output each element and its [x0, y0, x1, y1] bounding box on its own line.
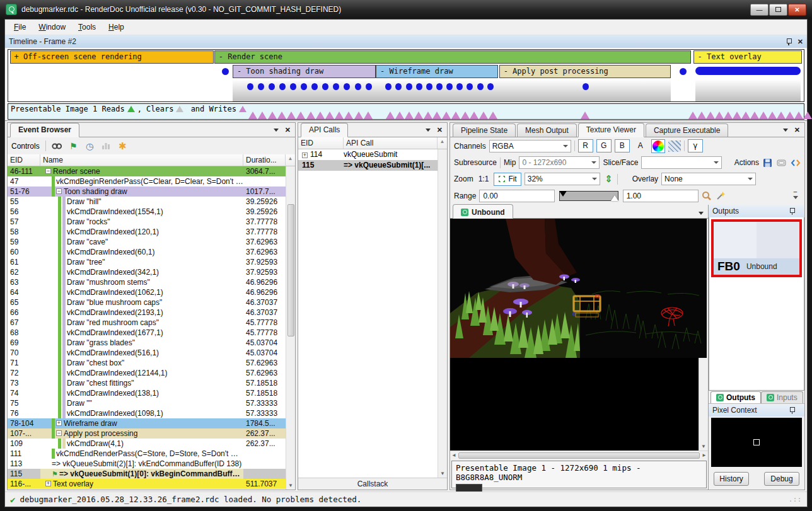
panel-menu-icon[interactable]	[274, 129, 279, 132]
expand-icon[interactable]: +	[56, 420, 62, 426]
column-eid[interactable]: EID	[8, 154, 40, 166]
event-dot-icon[interactable]	[355, 83, 361, 90]
mip-select[interactable]: 0 - 1272x690	[519, 156, 600, 169]
event-browser-scrollbar[interactable]: ▼	[286, 166, 295, 490]
scrollbar-thumb[interactable]	[287, 204, 294, 336]
event-row[interactable]: 66vkCmdDrawIndexed(2193,1)46.37037	[8, 307, 286, 318]
api-calls-scrollbar[interactable]: ▼	[438, 149, 447, 478]
flip-y-icon[interactable]: ⇕	[603, 174, 614, 184]
alpha-channel-button[interactable]: A	[633, 139, 648, 152]
event-row[interactable]: 46-111−Render scene3064.7...	[8, 166, 286, 176]
scroll-down-icon[interactable]: ▼	[288, 483, 293, 490]
resize-grip[interactable]: .::	[789, 496, 802, 503]
tab-texture-viewer[interactable]: Texture Viewer	[578, 123, 644, 137]
event-dot-icon[interactable]	[446, 83, 453, 90]
event-row[interactable]: 72vkCmdDrawIndexed(12144,1)57.62963	[8, 368, 286, 378]
blue-channel-button[interactable]: B	[615, 139, 630, 152]
range-max-input[interactable]: 1.00	[623, 190, 699, 202]
find-icon[interactable]	[52, 141, 62, 151]
events-capsule[interactable]	[695, 67, 801, 75]
link-icon[interactable]	[776, 158, 787, 168]
scroll-down-icon[interactable]: ▼	[440, 471, 445, 478]
stats-icon[interactable]	[101, 141, 112, 151]
time-events-icon[interactable]: ◷	[84, 141, 95, 151]
event-dot-icon[interactable]	[311, 83, 318, 90]
tab-mesh-output[interactable]: Mesh Output	[517, 123, 577, 137]
collapse-icon[interactable]: −	[56, 188, 62, 194]
event-dot-icon[interactable]	[406, 83, 412, 90]
pin-icon[interactable]	[789, 207, 796, 215]
range-min-input[interactable]: 0.00	[479, 190, 555, 202]
write-markers-cluster[interactable]	[386, 112, 497, 119]
timeline-bar-apply-post-processing[interactable]: - Apply post processing	[499, 65, 671, 78]
column-name[interactable]: Name	[40, 154, 243, 166]
write-markers-cluster[interactable]	[688, 112, 802, 119]
event-row[interactable]: 74vkCmdDrawIndexed(138,1)57.18518	[8, 388, 286, 398]
timeline-bar-toon-shading-draw[interactable]: - Toon shading draw	[233, 65, 376, 78]
range-slider[interactable]	[559, 191, 618, 201]
close-panel-icon[interactable]: ✕	[798, 38, 803, 45]
event-row[interactable]: 109vkCmdDraw(4,1)262.37...	[8, 439, 286, 449]
debug-button[interactable]: Debug	[764, 472, 799, 486]
pin-icon[interactable]	[786, 38, 792, 45]
custom-display-button[interactable]	[651, 139, 665, 153]
red-channel-button[interactable]: R	[578, 139, 593, 152]
event-row[interactable]: 115⚑=> vkQueueSubmit(1)[0]: vkBeginComma…	[8, 469, 286, 479]
event-row[interactable]: 76vkCmdDrawIndexed(1098,1)57.33333	[8, 408, 286, 418]
event-row[interactable]: 47vkCmdBeginRenderPass(C=Clear, D=Clear,…	[8, 176, 286, 187]
event-row[interactable]: 73Draw "chest fittings"57.18518	[8, 378, 286, 388]
write-markers-cluster[interactable]	[580, 112, 589, 119]
event-dot-icon[interactable]	[301, 83, 307, 90]
alpha-background-icon[interactable]	[668, 141, 681, 152]
event-dot-icon[interactable]	[333, 83, 339, 90]
event-dot-icon[interactable]	[366, 83, 372, 90]
channels-select[interactable]: RGBA	[489, 140, 571, 152]
event-dot-icon[interactable]	[385, 83, 392, 90]
timeline-bar-render-scene[interactable]: - Render scene	[214, 50, 691, 64]
code-icon[interactable]	[790, 158, 801, 168]
write-markers-cluster[interactable]	[248, 112, 373, 119]
event-row[interactable]: 113=> vkQueueSubmit(2)[1]: vkEndCommandB…	[8, 459, 286, 469]
toolbar-overflow-icon[interactable]: ▔	[790, 191, 801, 201]
event-row[interactable]: 60vkCmdDrawIndexed(60,1)37.62963	[8, 247, 286, 257]
event-row[interactable]: 71Draw "chest box"57.62963	[8, 358, 286, 368]
timeline-bar-off-screen-scene-rendering[interactable]: + Off-screen scene rendering	[10, 50, 214, 64]
menu-help[interactable]: Help	[102, 21, 130, 33]
zoom-select[interactable]: 32%	[525, 173, 600, 185]
expand-icon[interactable]: +	[302, 152, 308, 158]
api-call-row[interactable]: +114vkQueueSubmit	[298, 149, 438, 160]
event-dot-icon[interactable]	[426, 83, 432, 90]
tab-api-calls[interactable]: API Calls	[301, 123, 348, 137]
timeline-track[interactable]: + Off-screen scene rendering- Render sce…	[8, 49, 804, 102]
event-dot-icon[interactable]	[290, 83, 296, 90]
event-row[interactable]: 67Draw "red mushroom caps"45.77778	[8, 318, 286, 328]
jump-to-event-icon[interactable]: ⚑	[68, 141, 79, 151]
event-dots-cluster[interactable]	[247, 83, 372, 90]
overlay-select[interactable]: None	[661, 173, 756, 185]
event-row[interactable]: 59Draw "cave"37.62963	[8, 237, 286, 247]
event-dots-cluster[interactable]	[385, 83, 494, 90]
column-eid[interactable]: EID	[298, 137, 344, 149]
event-row[interactable]: 56vkCmdDrawIndexed(1554,1)39.25926	[8, 207, 286, 217]
texture-hscrollbar[interactable]: ◄ ►	[450, 451, 708, 459]
maximize-button[interactable]	[769, 4, 787, 16]
event-row[interactable]: 69Draw "grass blades"45.03704	[8, 338, 286, 348]
scroll-down-icon[interactable]: ▼	[701, 444, 706, 451]
event-row[interactable]: 62vkCmdDrawIndexed(342,1)37.92593	[8, 267, 286, 277]
scroll-left-icon[interactable]: ◄	[451, 452, 456, 458]
event-dot-icon[interactable]	[395, 83, 402, 90]
event-row[interactable]: 68vkCmdDrawIndexed(1677,1)45.77778	[8, 328, 286, 338]
event-row[interactable]: 75Draw ""57.33333	[8, 398, 286, 408]
pixel-context-view[interactable]	[711, 418, 802, 467]
texture-display[interactable]	[450, 219, 699, 451]
api-call-row[interactable]: 115=> vkQueueSubmit(1)[...	[298, 160, 438, 171]
event-dot-icon[interactable]	[487, 83, 494, 90]
event-row[interactable]: 78-104+Wireframe draw1784.5...	[8, 418, 286, 428]
slice-face-select[interactable]	[641, 156, 722, 169]
zoom-1-1-button[interactable]: 1:1	[477, 175, 491, 183]
scrollbar-thumb[interactable]	[458, 452, 700, 459]
bookmark-star-icon[interactable]: ✱	[117, 141, 128, 151]
event-dot-icon[interactable]	[269, 83, 275, 90]
expand-icon[interactable]: +	[45, 481, 51, 486]
event-row[interactable]: 51-76−Toon shading draw1017.7...	[8, 187, 286, 197]
